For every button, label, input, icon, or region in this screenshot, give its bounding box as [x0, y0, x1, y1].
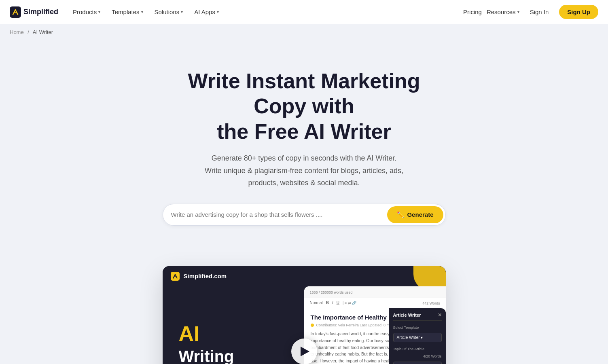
video-ai-text: AI	[179, 323, 292, 344]
hero-subtext: Generate 80+ types of copy in seconds wi…	[191, 152, 417, 189]
doc-toolbar: Normal B I U | ≡ ⇌ 🔗 442 Words	[304, 298, 446, 308]
play-button[interactable]	[291, 339, 317, 364]
article-writer-panel: Article Writer ✕ Select Template Article…	[389, 308, 446, 364]
nav-right: Pricing Resources ▾ Sign In Sign Up	[463, 5, 598, 19]
template-label: Select Template	[393, 326, 442, 330]
nav-pricing[interactable]: Pricing	[463, 8, 482, 15]
word-count: 442 Words	[422, 301, 440, 305]
svg-rect-1	[171, 272, 180, 281]
search-input[interactable]	[163, 205, 386, 224]
svg-rect-0	[10, 6, 21, 18]
nav-solutions[interactable]: Solutions ▾	[150, 5, 188, 19]
video-left-panel: AI Writing Generator	[163, 286, 304, 364]
generate-button[interactable]: ✏️ Generate	[387, 206, 443, 223]
doc-counter: 1655 / 250000 words used	[310, 290, 353, 294]
hero-section: Write Instant Marketing Copy with the Fr…	[0, 40, 608, 266]
video-right-panel: 1655 / 250000 words used Normal B I U | …	[304, 286, 446, 364]
breadcrumb-separator: /	[28, 29, 29, 35]
breadcrumb-home[interactable]: Home	[10, 29, 24, 35]
nav-resources[interactable]: Resources ▾	[487, 8, 519, 15]
doc-meta-dot	[311, 324, 314, 327]
generate-icon: ✏️	[397, 211, 405, 218]
topic-counter: 4/20 Words	[393, 354, 442, 358]
doc-header: 1655 / 250000 words used	[304, 286, 446, 298]
video-section: Simplified.com AI Writing Generator 1655…	[0, 266, 608, 364]
topic-field[interactable]: Importance of Healthy Eating	[393, 362, 442, 364]
hero-headline: Write Instant Marketing Copy with the Fr…	[163, 68, 446, 144]
nav-products[interactable]: Products ▾	[68, 5, 105, 19]
nav-ai-apps[interactable]: AI Apps ▾	[189, 5, 224, 19]
signup-button[interactable]: Sign Up	[559, 5, 598, 19]
logo[interactable]: Simplified	[10, 6, 58, 18]
play-icon	[301, 347, 309, 356]
signin-button[interactable]: Sign In	[524, 5, 555, 19]
breadcrumb-current: AI Writer	[33, 29, 53, 35]
nav-templates[interactable]: Templates ▾	[107, 5, 148, 19]
solutions-chevron-icon: ▾	[181, 10, 183, 14]
templates-chevron-icon: ▾	[141, 10, 143, 14]
ai-apps-chevron-icon: ▾	[217, 10, 219, 14]
breadcrumb: Home / AI Writer	[0, 24, 608, 40]
nav-links: Products ▾ Templates ▾ Solutions ▾ AI Ap…	[68, 5, 463, 19]
doc-body: The Importance of Healthy Eating Contrib…	[304, 308, 446, 364]
topic-label: Topic Of The Article	[393, 347, 442, 351]
products-chevron-icon: ▾	[98, 10, 100, 14]
video-header: Simplified.com	[163, 266, 446, 286]
navigation: Simplified Products ▾ Templates ▾ Soluti…	[0, 0, 608, 24]
resources-chevron-icon: ▾	[517, 10, 519, 14]
panel-title: Article Writer ✕	[393, 312, 442, 321]
video-logo-text: Simplified.com	[184, 273, 227, 279]
search-bar: ✏️ Generate	[163, 204, 446, 226]
template-select[interactable]: Article Writer ▾	[393, 333, 442, 342]
video-thumbnail[interactable]: Simplified.com AI Writing Generator 1655…	[163, 266, 446, 364]
panel-close-icon[interactable]: ✕	[438, 312, 442, 318]
video-writing-text: Writing	[179, 348, 292, 364]
